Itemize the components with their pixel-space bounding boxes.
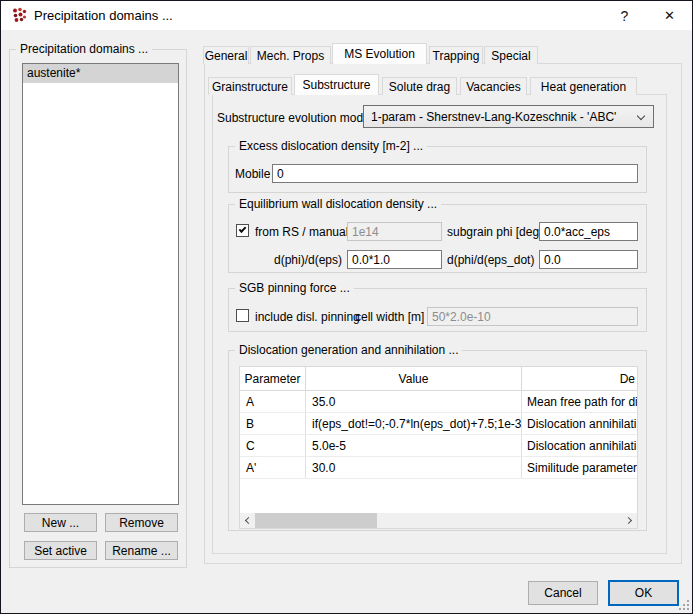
evolution-model-value: 1-param - Sherstnev-Lang-Kozeschnik - 'A… <box>371 110 616 124</box>
model-label: Substructure evolution model <box>217 111 372 125</box>
cell-value[interactable]: 35.0 <box>306 391 522 412</box>
subgrain-phi-input[interactable]: 0.0*acc_eps <box>539 222 638 241</box>
mobile-input[interactable]: 0 <box>272 164 638 183</box>
cell-width-input[interactable]: 50*2.0e-10 <box>427 307 638 326</box>
tab-ms-evolution[interactable]: MS Evolution <box>332 43 427 64</box>
cell-value[interactable]: if(eps_dot!=0;-0.7*ln(eps_dot)+7.5;1e-3) <box>306 413 522 434</box>
cell-description[interactable]: Mean free path for di <box>522 391 637 412</box>
dphi-deps-input[interactable]: 0.0*1.0 <box>347 250 442 269</box>
cell-param[interactable]: A <box>240 391 306 412</box>
table-row[interactable]: A 35.0 Mean free path for di <box>240 391 637 413</box>
chevron-down-icon <box>637 112 645 120</box>
cell-param[interactable]: B <box>240 413 306 434</box>
tab-general[interactable]: General <box>203 46 249 64</box>
domains-listbox[interactable]: austenite* <box>22 63 179 505</box>
ok-button[interactable]: OK <box>608 580 679 606</box>
table-row[interactable]: A' 30.0 Similitude parameter <box>240 457 637 479</box>
dphi-deps-dot-input[interactable]: 0.0 <box>539 250 638 269</box>
table-header-row: Parameter Value De <box>240 367 637 391</box>
scrollbar-thumb[interactable] <box>255 513 377 528</box>
cell-description[interactable]: Similitude parameter <box>522 457 637 478</box>
header-description[interactable]: De <box>522 367 637 390</box>
chevron-left-icon <box>245 517 252 524</box>
sgb-pinning-group: SGB pinning force ... include disl. pinn… <box>228 288 647 332</box>
include-pinning-checkbox[interactable] <box>236 309 249 322</box>
help-button[interactable]: ? <box>602 1 647 30</box>
header-value[interactable]: Value <box>306 367 522 390</box>
scroll-right-button[interactable] <box>622 513 637 528</box>
include-pinning-label: include disl. pinning <box>255 310 360 324</box>
cell-width-label: cell width [m] <box>355 310 424 324</box>
cancel-button[interactable]: Cancel <box>528 581 598 605</box>
precipitation-domains-dialog: Precipitation domains ... ? ✕ Precipitat… <box>0 0 693 614</box>
app-logo-icon <box>11 7 28 24</box>
dphi-deps-dot-label: d(phi/d(eps_dot) <box>447 253 534 267</box>
tab-trapping[interactable]: Trapping <box>429 46 483 64</box>
cell-param[interactable]: A' <box>240 457 306 478</box>
tab-solute-drag[interactable]: Solute drag <box>382 77 457 95</box>
tab-heat-generation[interactable]: Heat generation <box>530 77 637 95</box>
resize-grip[interactable] <box>677 598 689 610</box>
dislocation-group-title: Dislocation generation and annihilation … <box>235 343 462 357</box>
manual-density-input[interactable]: 1e14 <box>347 222 442 241</box>
tab-vacancies[interactable]: Vacancies <box>460 77 527 95</box>
tab-grainstructure[interactable]: Grainstructure <box>208 77 292 95</box>
cell-value[interactable]: 5.0e-5 <box>306 435 522 456</box>
remove-button[interactable]: Remove <box>105 513 178 532</box>
dphi-deps-label: d(phi)/d(eps) <box>265 253 342 267</box>
equilibrium-group-title: Equilibrium wall dislocation density ... <box>235 197 441 211</box>
evolution-model-select[interactable]: 1-param - Sherstnev-Lang-Kozeschnik - 'A… <box>363 105 654 128</box>
table-row[interactable]: B if(eps_dot!=0;-0.7*ln(eps_dot)+7.5;1e-… <box>240 413 637 435</box>
rename-button[interactable]: Rename ... <box>105 541 178 560</box>
subgrain-phi-label: subgrain phi [deg] <box>447 225 542 239</box>
header-parameter[interactable]: Parameter <box>240 367 306 390</box>
scroll-left-button[interactable] <box>240 513 255 528</box>
chevron-right-icon <box>625 517 632 524</box>
tab-special[interactable]: Special <box>484 46 538 64</box>
tab-substructure[interactable]: Substructure <box>294 74 379 95</box>
from-rs-checkbox[interactable] <box>236 224 249 237</box>
cell-value[interactable]: 30.0 <box>306 457 522 478</box>
mobile-label: Mobile <box>235 167 270 181</box>
window-title: Precipitation domains ... <box>34 8 173 23</box>
horizontal-scrollbar[interactable] <box>240 513 637 528</box>
parameters-table[interactable]: Parameter Value De A 35.0 Mean free path… <box>239 366 638 529</box>
tab-mech-props[interactable]: Mech. Props <box>250 46 331 64</box>
list-item-austenite[interactable]: austenite* <box>23 64 178 83</box>
table-row[interactable]: C 5.0e-5 Dislocation annihilati <box>240 435 637 457</box>
cell-description[interactable]: Dislocation annihilati <box>522 435 637 456</box>
equilibrium-density-group: Equilibrium wall dislocation density ...… <box>228 204 647 273</box>
group-title: Precipitation domains ... <box>16 42 152 56</box>
close-button[interactable]: ✕ <box>647 1 692 30</box>
excess-group-title: Excess dislocation density [m-2] ... <box>235 139 427 153</box>
title-bar[interactable]: Precipitation domains ... ? ✕ <box>1 1 692 30</box>
cell-param[interactable]: C <box>240 435 306 456</box>
sgb-group-title: SGB pinning force ... <box>235 281 354 295</box>
cell-description[interactable]: Dislocation annihilati <box>522 413 637 434</box>
from-rs-label: from RS / manual <box>255 225 348 239</box>
new-button[interactable]: New ... <box>24 513 97 532</box>
excess-density-group: Excess dislocation density [m-2] ... Mob… <box>228 146 647 193</box>
checkmark-icon <box>239 225 247 233</box>
set-active-button[interactable]: Set active <box>24 541 97 560</box>
